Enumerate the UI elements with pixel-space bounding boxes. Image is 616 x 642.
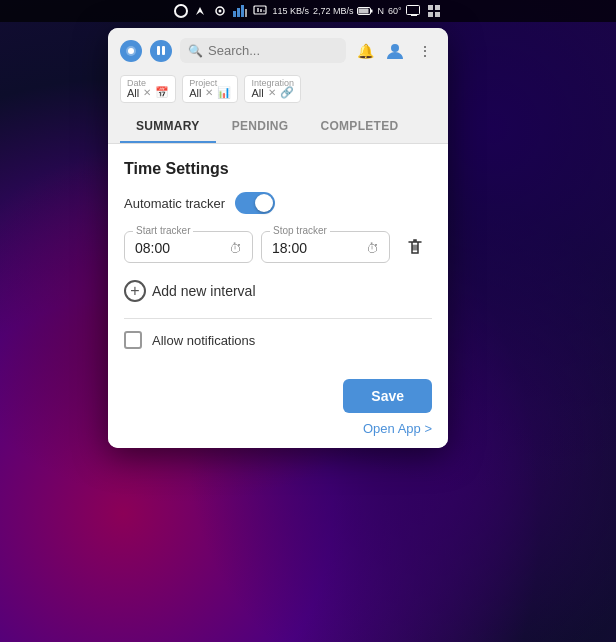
svg-point-21: [128, 48, 134, 54]
popup-header: 🔍 🔔 ⋮: [108, 28, 448, 71]
start-tracker-field[interactable]: Start tracker 08:00 ⏱: [124, 231, 253, 263]
project-filter-label: Project: [189, 78, 217, 88]
filter-row: Date All ✕ 📅 Project All ✕ 📊 Integration…: [108, 71, 448, 111]
svg-rect-18: [428, 12, 433, 17]
tab-summary[interactable]: SUMMARY: [120, 111, 216, 143]
search-box[interactable]: 🔍: [180, 38, 346, 63]
system-tray: 115 KB/s 2,72 MB/s N 60°: [174, 4, 441, 18]
grid-icon: [426, 4, 442, 18]
stop-tracker-value: 18:00: [272, 240, 307, 256]
tab-pending[interactable]: PENDING: [216, 111, 305, 143]
integration-filter-chip[interactable]: Integration All ✕ 🔗: [244, 75, 300, 103]
allow-notifications-label: Allow notifications: [152, 333, 255, 348]
start-tracker-value: 08:00: [135, 240, 170, 256]
battery-icon: [357, 4, 373, 18]
date-filter-chip[interactable]: Date All ✕ 📅: [120, 75, 176, 103]
bars-icon: [232, 4, 248, 18]
system-bar: 115 KB/s 2,72 MB/s N 60°: [0, 0, 616, 22]
svg-rect-13: [359, 9, 369, 14]
more-menu-icon[interactable]: ⋮: [414, 40, 436, 62]
temperature-text: 60°: [388, 6, 402, 16]
popup-footer: Save Open App >: [108, 369, 448, 448]
delete-interval-button[interactable]: [398, 230, 432, 264]
user-icon[interactable]: [384, 40, 406, 62]
svg-rect-3: [233, 11, 236, 17]
svg-rect-15: [411, 15, 417, 16]
integration-filter-clear[interactable]: ✕: [268, 87, 276, 98]
integration-filter-label: Integration: [251, 78, 294, 88]
notification-row: Allow notifications: [124, 331, 432, 349]
network-speed-text2: 2,72 MB/s: [313, 6, 354, 16]
start-tracker-label: Start tracker: [133, 225, 193, 236]
integration-filter-value: All: [251, 87, 263, 99]
add-interval-icon: +: [124, 280, 146, 302]
save-button[interactable]: Save: [343, 379, 432, 413]
svg-rect-8: [257, 8, 259, 12]
network-speed-text: 115 KB/s: [272, 6, 309, 16]
svg-rect-17: [435, 5, 440, 10]
tab-completed[interactable]: COMPLETED: [304, 111, 414, 143]
calendar-icon: 📅: [155, 86, 169, 99]
app-icon: [120, 40, 142, 62]
svg-rect-4: [237, 8, 240, 17]
start-clock-icon: ⏱: [229, 241, 242, 256]
nav-icon: [192, 4, 208, 18]
divider: [124, 318, 432, 319]
svg-rect-16: [428, 5, 433, 10]
allow-notifications-checkbox[interactable]: [124, 331, 142, 349]
tabs-bar: SUMMARY PENDING COMPLETED: [108, 111, 448, 144]
svg-rect-14: [406, 6, 419, 15]
svg-marker-0: [196, 7, 204, 15]
circle-icon: [174, 4, 188, 18]
stop-clock-icon: ⏱: [366, 241, 379, 256]
svg-point-2: [219, 10, 222, 13]
stop-tracker-label: Stop tracker: [270, 225, 330, 236]
display-icon: [406, 4, 422, 18]
content-area: Time Settings Automatic tracker Start tr…: [108, 144, 448, 369]
section-title: Time Settings: [124, 160, 432, 178]
svg-rect-19: [435, 12, 440, 17]
project-filter-value: All: [189, 87, 201, 99]
add-interval-button[interactable]: + Add new interval: [124, 276, 432, 306]
svg-rect-10: [263, 10, 265, 12]
chart-icon: 📊: [217, 86, 231, 99]
search-input[interactable]: [208, 43, 338, 58]
date-filter-value: All: [127, 87, 139, 99]
svg-point-22: [391, 44, 399, 52]
pause-icon[interactable]: [150, 40, 172, 62]
stop-tracker-field[interactable]: Stop tracker 18:00 ⏱: [261, 231, 390, 263]
svg-rect-9: [260, 9, 262, 12]
project-filter-clear[interactable]: ✕: [205, 87, 213, 98]
automatic-tracker-label: Automatic tracker: [124, 196, 225, 211]
popup-panel: 🔍 🔔 ⋮ Date All ✕ 📅 Project All ✕ 📊: [108, 28, 448, 448]
open-app-link[interactable]: Open App >: [363, 421, 432, 436]
date-filter-label: Date: [127, 78, 146, 88]
automatic-tracker-toggle[interactable]: [235, 192, 275, 214]
monitor-icon: [252, 4, 268, 18]
date-filter-clear[interactable]: ✕: [143, 87, 151, 98]
bell-icon[interactable]: 🔔: [354, 40, 376, 62]
add-interval-label: Add new interval: [152, 283, 256, 299]
project-filter-chip[interactable]: Project All ✕ 📊: [182, 75, 238, 103]
svg-rect-12: [371, 10, 373, 13]
n-label: N: [377, 6, 384, 16]
automatic-tracker-row: Automatic tracker: [124, 192, 432, 214]
svg-rect-6: [245, 9, 247, 17]
search-icon: 🔍: [188, 44, 203, 58]
interval-row-0: Start tracker 08:00 ⏱ Stop tracker 18:00…: [124, 230, 432, 264]
signal-icon: [212, 4, 228, 18]
toggle-knob: [255, 194, 273, 212]
svg-rect-5: [241, 5, 244, 17]
